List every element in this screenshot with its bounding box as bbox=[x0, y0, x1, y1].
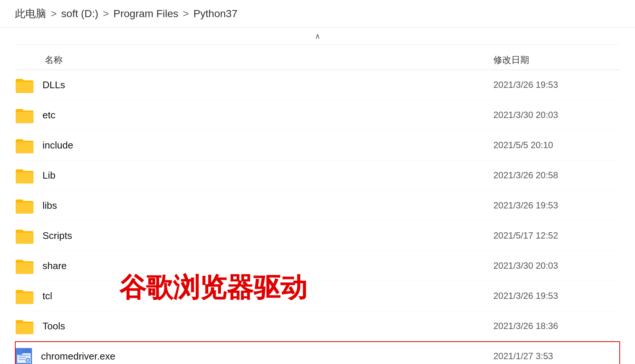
file-row[interactable]: Scripts 2021/5/17 12:52 bbox=[15, 221, 620, 251]
scroll-up-area[interactable]: ∧ bbox=[15, 28, 620, 45]
file-row[interactable]: share 2021/3/30 20:03 bbox=[15, 251, 620, 281]
folder-icon bbox=[15, 77, 34, 93]
breadcrumb-separator-1: > bbox=[51, 8, 57, 20]
svg-rect-4 bbox=[18, 357, 26, 358]
folder-icon bbox=[15, 258, 34, 274]
file-name: etc bbox=[42, 109, 493, 121]
breadcrumb-item-program-files[interactable]: Program Files bbox=[113, 8, 178, 20]
breadcrumb-separator-2: > bbox=[103, 8, 109, 20]
file-date: 2021/3/30 20:03 bbox=[493, 261, 620, 271]
file-date: 2021/3/30 20:03 bbox=[493, 110, 620, 120]
file-date: 2021/1/27 3:53 bbox=[493, 351, 620, 361]
column-headers: 名称 修改日期 bbox=[15, 47, 620, 70]
svg-rect-2 bbox=[17, 352, 31, 353]
file-row[interactable]: Lib 2021/3/26 20:58 bbox=[15, 160, 620, 191]
svg-point-8 bbox=[27, 360, 29, 361]
file-explorer: ∧ 名称 修改日期 DLLs 2021/3/26 19:53 bbox=[0, 28, 635, 364]
folder-icon bbox=[15, 288, 34, 304]
folder-icon bbox=[15, 197, 34, 214]
exe-file-icon bbox=[15, 348, 33, 364]
breadcrumb-item-drive[interactable]: soft (D:) bbox=[61, 8, 98, 20]
file-name: DLLs bbox=[42, 79, 493, 91]
file-name: include bbox=[42, 140, 493, 151]
file-name: share bbox=[42, 260, 493, 272]
file-name: chromedriver.exe bbox=[41, 351, 493, 362]
breadcrumb-item-python37[interactable]: Python37 bbox=[193, 8, 237, 20]
file-row[interactable]: include 2021/5/5 20:10 bbox=[15, 130, 620, 160]
breadcrumb-item-this-pc[interactable]: 此电脑 bbox=[15, 7, 46, 21]
file-date: 2021/5/5 20:10 bbox=[493, 140, 620, 150]
file-date: 2021/3/26 20:58 bbox=[493, 170, 620, 181]
chromedriver-file-row[interactable]: chromedriver.exe 2021/1/27 3:53 bbox=[15, 341, 620, 364]
file-name: tcl bbox=[42, 290, 493, 302]
breadcrumb-separator-3: > bbox=[183, 8, 189, 20]
file-row[interactable]: libs 2021/3/26 19:53 bbox=[15, 191, 620, 221]
file-name: Lib bbox=[42, 170, 493, 181]
folder-icon bbox=[15, 137, 34, 153]
file-row[interactable]: tcl 2021/3/26 19:53 bbox=[15, 281, 620, 311]
file-date: 2021/5/17 12:52 bbox=[493, 230, 620, 241]
file-list: DLLs 2021/3/26 19:53 etc 2021/3/30 20:03 bbox=[15, 70, 620, 364]
file-row[interactable]: etc 2021/3/30 20:03 bbox=[15, 100, 620, 130]
file-date: 2021/3/26 19:53 bbox=[493, 291, 620, 301]
file-date: 2021/3/26 19:53 bbox=[493, 80, 620, 90]
file-date: 2021/3/26 19:53 bbox=[493, 200, 620, 211]
column-header-name[interactable]: 名称 bbox=[15, 54, 493, 66]
folder-icon bbox=[15, 318, 34, 334]
folder-icon bbox=[15, 167, 34, 183]
scroll-up-icon: ∧ bbox=[315, 32, 320, 41]
file-name: Tools bbox=[42, 320, 493, 332]
file-name: Scripts bbox=[42, 230, 493, 242]
breadcrumb-bar: 此电脑 > soft (D:) > Program Files > Python… bbox=[0, 0, 635, 28]
file-row[interactable]: Tools 2021/3/26 18:36 bbox=[15, 311, 620, 341]
svg-rect-3 bbox=[18, 355, 29, 356]
folder-icon bbox=[15, 107, 34, 123]
main-content: ∧ 名称 修改日期 DLLs 2021/3/26 19:53 bbox=[0, 28, 635, 364]
file-name: libs bbox=[42, 200, 493, 211]
folder-icon bbox=[15, 227, 34, 244]
file-row[interactable]: DLLs 2021/3/26 19:53 bbox=[15, 70, 620, 100]
file-date: 2021/3/26 18:36 bbox=[493, 321, 620, 331]
column-header-date[interactable]: 修改日期 bbox=[493, 54, 620, 66]
